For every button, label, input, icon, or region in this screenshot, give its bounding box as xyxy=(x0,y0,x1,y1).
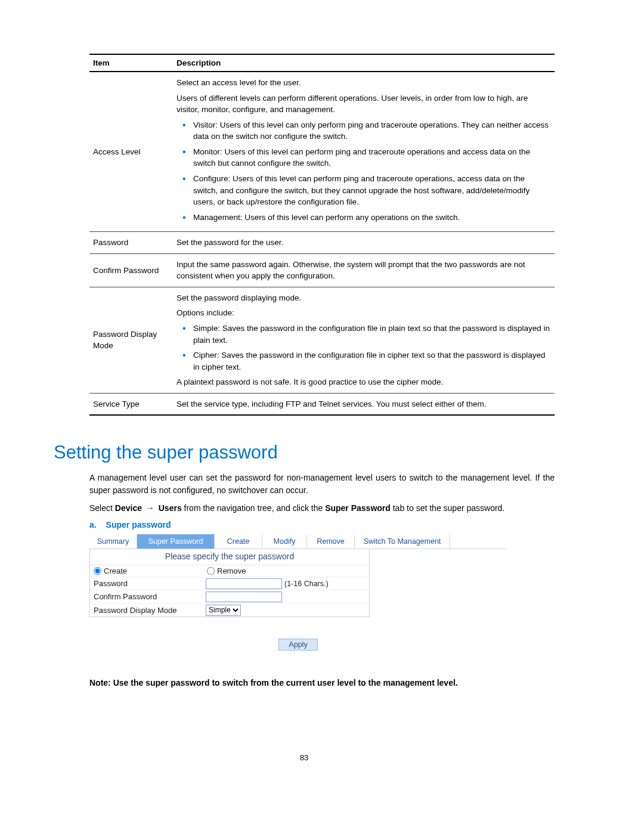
label-password: Password xyxy=(90,578,203,589)
tab-super-password[interactable]: Super Password xyxy=(137,534,215,549)
tab-modify[interactable]: Modify xyxy=(262,534,307,549)
tab-remove[interactable]: Remove xyxy=(307,534,355,549)
desc-password: Set the password for the user. xyxy=(173,232,555,254)
label-password-display-mode: Password Display Mode xyxy=(90,605,203,616)
table-row: Access Level Select an access level for … xyxy=(89,72,555,232)
col-description: Description xyxy=(173,54,555,72)
item-service-type: Service Type xyxy=(89,393,173,415)
note-text: Note: Use the super password to switch f… xyxy=(89,678,555,688)
confirm-password-input[interactable] xyxy=(206,592,282,602)
desc-service-type: Set the service type, including FTP and … xyxy=(173,393,555,415)
tab-switch-to-management[interactable]: Switch To Management xyxy=(355,534,450,549)
desc-access-level: Select an access level for the user. Use… xyxy=(177,77,551,223)
item-access-level: Access Level xyxy=(89,72,173,232)
radio-create[interactable] xyxy=(94,567,101,575)
item-password-display-mode: Password Display Mode xyxy=(89,287,173,393)
password-input[interactable] xyxy=(206,578,282,589)
item-password: Password xyxy=(89,232,173,254)
arrow-icon: → xyxy=(146,503,154,513)
tab-summary[interactable]: Summary xyxy=(89,534,137,549)
section-heading: Setting the super password xyxy=(54,442,555,463)
label-confirm-password: Confirm Password xyxy=(90,591,203,602)
figure-caption: a. Super password xyxy=(89,520,555,529)
section-paragraph-2: Select Device → Users from the navigatio… xyxy=(89,502,555,514)
super-password-ui: Summary Super Password Create Modify Rem… xyxy=(89,534,507,651)
section-paragraph-1: A management level user can set the pass… xyxy=(89,472,555,496)
user-level-description-table: Item Description Access Level Select an … xyxy=(89,54,555,416)
tab-bar: Summary Super Password Create Modify Rem… xyxy=(89,534,507,549)
tab-create[interactable]: Create xyxy=(215,534,262,549)
apply-button[interactable]: Apply xyxy=(278,639,317,651)
col-item: Item xyxy=(89,54,173,72)
password-display-mode-select[interactable]: Simple xyxy=(206,605,241,616)
desc-confirm-password: Input the same password again. Otherwise… xyxy=(173,253,555,287)
super-password-form: Please specify the super password Create… xyxy=(89,549,370,617)
form-title: Please specify the super password xyxy=(90,549,369,565)
table-row: Password Set the password for the user. xyxy=(89,232,555,254)
radio-create-label: Create xyxy=(104,566,127,575)
table-row: Password Display Mode Set the password d… xyxy=(89,287,555,393)
table-row: Confirm Password Input the same password… xyxy=(89,253,555,287)
table-row: Service Type Set the service type, inclu… xyxy=(89,393,555,415)
password-hint: (1-16 Chars.) xyxy=(284,580,329,588)
page-number: 83 xyxy=(54,753,555,762)
item-confirm-password: Confirm Password xyxy=(89,253,173,287)
radio-remove[interactable] xyxy=(207,567,215,575)
desc-password-display-mode: Set the password displaying mode. Option… xyxy=(177,292,551,388)
radio-remove-label: Remove xyxy=(217,566,246,575)
